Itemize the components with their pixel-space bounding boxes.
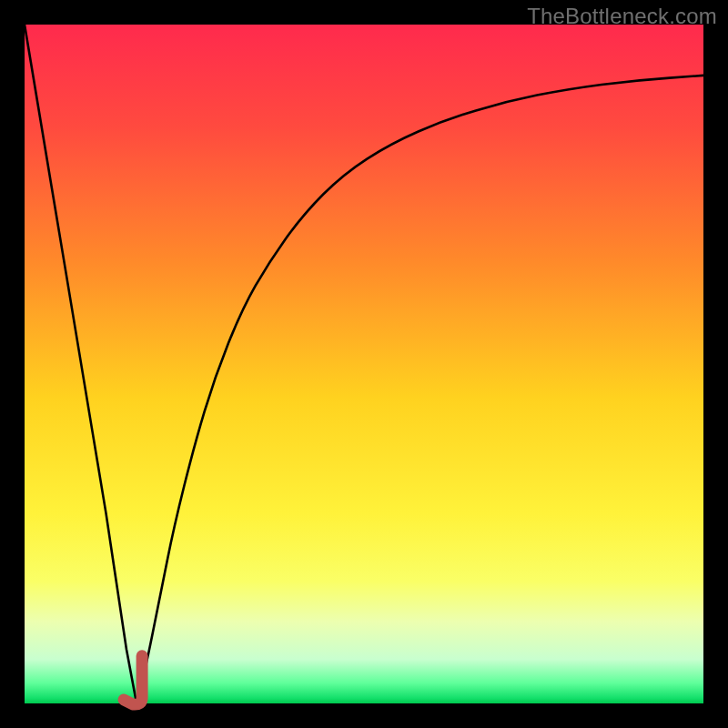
plot-area [25, 25, 703, 703]
right-branch-line [136, 76, 703, 703]
chart-frame: TheBottleneck.com [0, 0, 728, 728]
curve-layer [25, 25, 703, 703]
watermark-text: TheBottleneck.com [527, 4, 717, 29]
left-branch-line [25, 25, 136, 703]
